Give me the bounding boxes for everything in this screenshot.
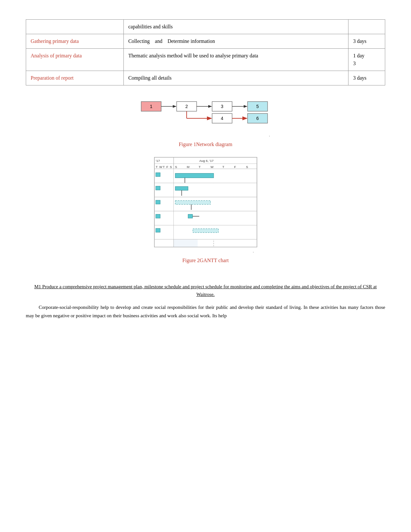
svg-text:T: T xyxy=(162,165,164,169)
cell-1-3: 3 days xyxy=(348,34,385,49)
m1-paragraph: Corporate-social-responsibility help to … xyxy=(26,303,385,320)
gantt-section: '17 Aug 6, '17 T W T F S S M T W T F S xyxy=(26,157,385,270)
svg-text:1: 1 xyxy=(150,104,152,109)
svg-text:5: 5 xyxy=(256,104,259,109)
svg-text:2: 2 xyxy=(185,104,188,109)
cell-1-1: Gathering primary data xyxy=(26,34,124,49)
svg-text:6: 6 xyxy=(256,116,259,121)
cell-1-2: Collecting and Determine information xyxy=(123,34,348,49)
figure2-caption: Figure 2GANTT chart xyxy=(182,258,229,263)
svg-rect-49 xyxy=(175,186,188,190)
cell-0-2: capabilities and skills xyxy=(123,20,348,34)
svg-text:S: S xyxy=(246,165,248,169)
svg-text:F: F xyxy=(166,165,168,169)
table-row-1: Gathering primary data Collecting and De… xyxy=(26,34,385,49)
svg-rect-55 xyxy=(175,201,210,204)
cell-3-2: Compiling all details xyxy=(123,71,348,85)
cell-0-1 xyxy=(26,20,124,34)
svg-text:M: M xyxy=(187,165,189,169)
cell-0-3 xyxy=(348,20,385,34)
main-table: capabilities and skills Gathering primar… xyxy=(26,19,385,85)
svg-rect-44 xyxy=(175,173,213,178)
table-row-2: Analysis of primary data Thematic analys… xyxy=(26,49,385,71)
svg-rect-42 xyxy=(156,173,160,177)
network-diagram-svg: 1 2 3 5 4 6 xyxy=(138,95,273,131)
svg-text:3: 3 xyxy=(221,104,223,109)
dot-marker2: . xyxy=(154,249,257,254)
svg-text:Aug 6, '17: Aug 6, '17 xyxy=(199,159,214,163)
svg-rect-30 xyxy=(173,164,257,169)
svg-text:W: W xyxy=(159,165,162,169)
figure1-caption: Figure 1Network diagram xyxy=(179,142,232,147)
svg-text:F: F xyxy=(234,165,236,169)
svg-text:T: T xyxy=(199,165,201,169)
svg-text:T: T xyxy=(222,165,224,169)
cell-2-3: 1 day3 xyxy=(348,49,385,71)
cell-2-1: Analysis of primary data xyxy=(26,49,124,71)
cell-3-3: 3 days xyxy=(348,71,385,85)
svg-text:W: W xyxy=(210,165,213,169)
m1-heading: M1 Produce a comprehensive project manag… xyxy=(26,283,385,298)
table-row-0: capabilities and skills xyxy=(26,20,385,34)
dot-marker: . xyxy=(138,133,273,138)
m1-section: M1 Produce a comprehensive project manag… xyxy=(26,283,385,320)
svg-rect-63 xyxy=(156,228,160,232)
svg-rect-52 xyxy=(156,200,160,204)
gantt-chart-svg: '17 Aug 6, '17 T W T F S S M T W T F S xyxy=(154,157,257,247)
m1-body: Corporate-social-responsibility help to … xyxy=(26,303,385,320)
svg-text:'17: '17 xyxy=(156,159,160,163)
svg-rect-59 xyxy=(173,211,257,225)
svg-rect-66 xyxy=(193,229,218,232)
svg-text:T: T xyxy=(156,165,158,169)
cell-2-2: Thematic analysis method will be used to… xyxy=(123,49,348,71)
cell-3-1: Preparation of report xyxy=(26,71,124,85)
svg-text:S: S xyxy=(170,165,172,169)
network-diagram-section: 1 2 3 5 4 6 xyxy=(26,95,385,154)
table-row-3: Preparation of report Compiling all deta… xyxy=(26,71,385,85)
svg-text:S: S xyxy=(175,165,177,169)
svg-rect-22 xyxy=(173,157,257,164)
svg-rect-60 xyxy=(188,214,192,218)
svg-rect-58 xyxy=(156,214,160,218)
svg-text:4: 4 xyxy=(221,116,223,121)
svg-rect-47 xyxy=(156,186,160,190)
